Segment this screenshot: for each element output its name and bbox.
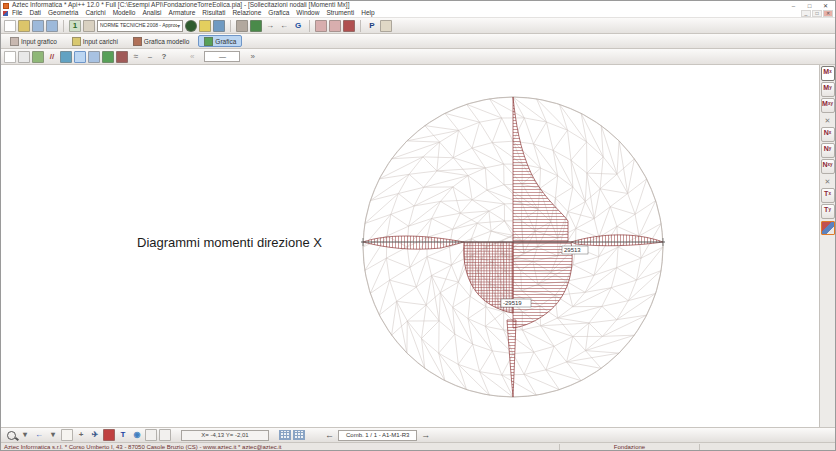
snapshot-page-icon[interactable] xyxy=(145,429,157,441)
my-button[interactable]: My xyxy=(821,82,835,97)
text-annotation-icon[interactable]: T xyxy=(117,429,129,441)
drawing-canvas[interactable]: 29513-29519 Diagrammi momenti direzione … xyxy=(1,65,819,427)
geotech-g-icon[interactable]: G xyxy=(292,20,304,32)
cut-y-icon[interactable]: ✕ xyxy=(821,175,835,188)
module-name: Fondazione xyxy=(560,444,700,450)
node-table-icon[interactable] xyxy=(279,430,291,440)
grid-points-icon[interactable] xyxy=(18,51,30,63)
units-icon[interactable]: 1 xyxy=(69,20,81,32)
next-diagram-button[interactable]: » xyxy=(246,53,258,61)
moment-tail-spike xyxy=(507,320,516,397)
mdi-minimize-button[interactable]: _ xyxy=(801,10,811,17)
flat-bar-icon[interactable] xyxy=(116,51,128,63)
menu-help[interactable]: Help xyxy=(361,10,374,17)
menu-grafica[interactable]: Grafica xyxy=(268,10,289,17)
tab-grafica-label: Grafica xyxy=(215,38,236,45)
layers-icon[interactable] xyxy=(199,20,211,32)
menu-risultati[interactable]: Risultati xyxy=(202,10,225,17)
deselect-icon[interactable] xyxy=(4,51,16,63)
back-dropdown-icon[interactable]: ▾ xyxy=(47,429,59,441)
ty-button[interactable]: Ty xyxy=(821,204,835,219)
fly-view-icon[interactable]: ✈ xyxy=(89,429,101,441)
tab-input-carichi[interactable]: Input carichi xyxy=(66,35,124,47)
rebar-area-icon[interactable] xyxy=(329,20,341,32)
analysis-tools-icon[interactable] xyxy=(236,20,248,32)
menu-dati[interactable]: Dati xyxy=(29,10,41,17)
render-globe-icon[interactable] xyxy=(60,51,72,63)
zoom-lens-icon[interactable] xyxy=(5,429,17,441)
tab-input-grafico[interactable]: Input grafico xyxy=(4,35,63,47)
mx-button[interactable]: Mx xyxy=(821,66,835,81)
diagram-index-box[interactable]: — xyxy=(204,51,240,62)
window-title: Aztec Informatica * Api++ 12.0 * Full [C… xyxy=(12,2,786,9)
module-preview-button[interactable] xyxy=(821,221,835,235)
tab-input-grafico-label: Input grafico xyxy=(21,38,57,45)
open-folder-icon[interactable] xyxy=(18,20,30,32)
navigation-icon-group: ▾←▾+✈T◉ xyxy=(5,429,171,441)
menu-analisi[interactable]: Analisi xyxy=(142,10,161,17)
zoom-dropdown-icon[interactable]: ▾ xyxy=(19,429,31,441)
mdi-restore-button[interactable]: □ xyxy=(812,10,822,17)
print-preview-icon[interactable]: P xyxy=(366,20,378,32)
prev-combination-button[interactable]: ← xyxy=(325,431,334,440)
tab-grafica-modello[interactable]: Grafica modello xyxy=(127,35,196,47)
main-toolbar: 1 NORME TECNICHE 2008 - Approccio 2 ▾ →←… xyxy=(1,18,835,34)
nxy-button[interactable]: Nxy xyxy=(821,159,835,174)
company-info: Aztec Informatica s.r.l. * Corso Umberto… xyxy=(1,444,560,450)
norme-tecniche-value: NORME TECNICHE 2008 - Approccio 2 xyxy=(100,23,177,28)
fem-moment-diagram: 29513-29519 xyxy=(1,65,819,427)
mesh-grid-icon[interactable] xyxy=(213,20,225,32)
rebar-table-icon[interactable] xyxy=(343,20,355,32)
mesh-view-icon[interactable] xyxy=(74,51,86,63)
hand-pan-icon[interactable] xyxy=(61,429,73,441)
file-icon-group: 1 xyxy=(4,20,95,32)
maximize-button[interactable]: □ xyxy=(802,2,817,10)
save-all-icon[interactable] xyxy=(46,20,58,32)
tab-grafica[interactable]: Grafica xyxy=(198,35,242,47)
menu-armature[interactable]: Armature xyxy=(169,10,196,17)
minimize-button[interactable]: – xyxy=(786,2,801,10)
save-icon[interactable] xyxy=(32,20,44,32)
model-view-icon xyxy=(133,37,142,46)
run-check-icon[interactable] xyxy=(250,20,262,32)
dash-line-icon[interactable]: – xyxy=(144,51,156,63)
menu-carichi[interactable]: Carichi xyxy=(85,10,105,17)
element-table-icon[interactable] xyxy=(293,430,305,440)
archive-icon[interactable] xyxy=(83,20,95,32)
close-button[interactable]: ✕ xyxy=(818,2,833,10)
mxy-button[interactable]: Mxy xyxy=(821,98,835,113)
import-icon[interactable]: ← xyxy=(278,20,290,32)
menu-relazione[interactable]: Relazione xyxy=(232,10,261,17)
menu-modello[interactable]: Modello xyxy=(113,10,136,17)
export-icon[interactable]: → xyxy=(264,20,276,32)
menu-strumenti[interactable]: Strumenti xyxy=(326,10,354,17)
toolbar-separator xyxy=(63,20,64,32)
ny-button[interactable]: Ny xyxy=(821,143,835,158)
norme-tecniche-select[interactable]: NORME TECNICHE 2008 - Approccio 2 ▾ xyxy=(97,20,183,32)
new-file-icon[interactable] xyxy=(4,20,16,32)
cut-x-icon[interactable]: ✕ xyxy=(821,114,835,127)
menu-file[interactable]: File xyxy=(12,10,22,17)
rebar-section-icon[interactable] xyxy=(315,20,327,32)
globe-view-icon[interactable]: ◉ xyxy=(131,429,143,441)
menu-window[interactable]: Window xyxy=(296,10,319,17)
help-query-icon[interactable]: ? xyxy=(158,51,170,63)
soil-layers-icon[interactable] xyxy=(32,51,44,63)
diagram-bars-icon[interactable] xyxy=(88,51,100,63)
select-cursor-icon[interactable]: + xyxy=(75,429,87,441)
chevron-down-icon: ▾ xyxy=(177,22,180,29)
green-bar-icon[interactable] xyxy=(102,51,114,63)
stop-flag-icon[interactable] xyxy=(103,429,115,441)
tx-button[interactable]: Tx xyxy=(821,188,835,203)
print-page-icon[interactable] xyxy=(159,429,171,441)
hatch-style-icon[interactable]: // xyxy=(46,51,58,63)
paste-report-icon[interactable] xyxy=(380,20,392,32)
wave-lines-icon[interactable]: ≈ xyxy=(130,51,142,63)
mdi-close-button[interactable]: ✕ xyxy=(823,10,833,17)
nx-button[interactable]: Nx xyxy=(821,127,835,142)
material-sphere-icon[interactable] xyxy=(185,20,197,32)
prev-diagram-button[interactable]: « xyxy=(186,53,198,61)
back-arrow-icon[interactable]: ← xyxy=(33,429,45,441)
menu-geometria[interactable]: Geometria xyxy=(48,10,78,17)
next-combination-button[interactable]: → xyxy=(421,431,430,440)
